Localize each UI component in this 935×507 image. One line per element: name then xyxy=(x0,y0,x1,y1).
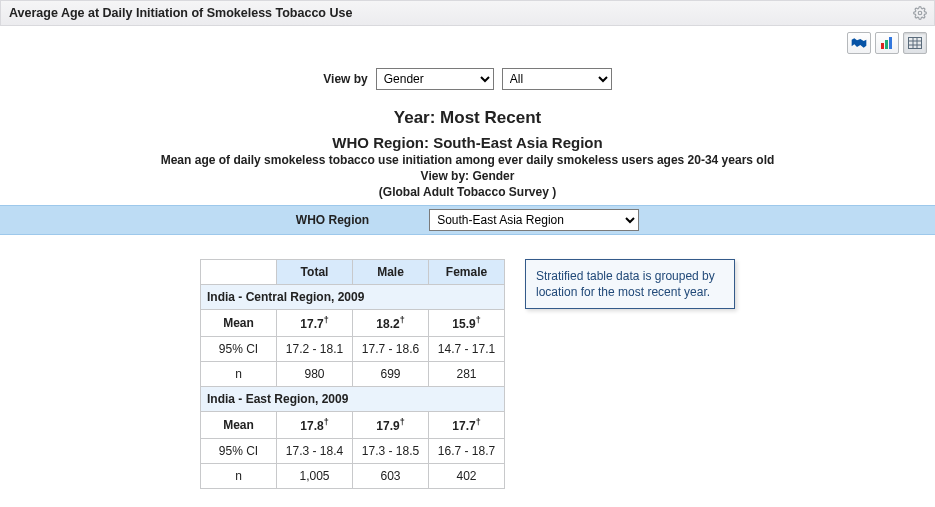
gear-icon[interactable] xyxy=(912,5,928,21)
table-cell: 17.7† xyxy=(429,412,505,439)
chart-view-button[interactable] xyxy=(875,32,899,54)
table-group-row: India - East Region, 2009 xyxy=(201,387,505,412)
table-cell: 17.8† xyxy=(277,412,353,439)
table-cell: 699 xyxy=(353,362,429,387)
table-cell: 18.2† xyxy=(353,310,429,337)
svg-rect-2 xyxy=(885,40,888,49)
map-view-button[interactable] xyxy=(847,32,871,54)
widget-header: Average Age at Daily Initiation of Smoke… xyxy=(0,0,935,26)
table-row: 95% CI17.2 - 18.117.7 - 18.614.7 - 17.1 xyxy=(201,337,505,362)
table-cell: 402 xyxy=(429,464,505,489)
table-cell: 14.7 - 17.1 xyxy=(429,337,505,362)
table-row: Mean17.8†17.9†17.7† xyxy=(201,412,505,439)
table-cell: 281 xyxy=(429,362,505,387)
who-region-label: WHO Region xyxy=(296,213,369,227)
table-corner xyxy=(201,260,277,285)
results-table: Total Male Female India - Central Region… xyxy=(200,259,505,489)
region-heading: WHO Region: South-East Asia Region xyxy=(0,134,935,151)
table-cell: 980 xyxy=(277,362,353,387)
group-title: India - Central Region, 2009 xyxy=(201,285,505,310)
view-by-line: View by: Gender xyxy=(0,169,935,183)
svg-rect-1 xyxy=(881,43,884,49)
table-view-button[interactable] xyxy=(903,32,927,54)
table-cell: 17.7† xyxy=(277,310,353,337)
table-cell: 17.3 - 18.4 xyxy=(277,439,353,464)
table-cell: 15.9† xyxy=(429,310,505,337)
svg-rect-3 xyxy=(889,37,892,49)
table-header-row: Total Male Female xyxy=(201,260,505,285)
table-cell: 17.3 - 18.5 xyxy=(353,439,429,464)
view-by-label: View by xyxy=(323,72,367,86)
who-region-select[interactable]: South-East Asia Region xyxy=(429,209,639,231)
year-heading: Year: Most Recent xyxy=(0,108,935,128)
row-label: Mean xyxy=(201,310,277,337)
description-line: Mean age of daily smokeless tobacco use … xyxy=(0,153,935,167)
col-female: Female xyxy=(429,260,505,285)
col-male: Male xyxy=(353,260,429,285)
widget-title: Average Age at Daily Initiation of Smoke… xyxy=(9,6,352,20)
svg-rect-4 xyxy=(909,38,922,49)
table-cell: 16.7 - 18.7 xyxy=(429,439,505,464)
table-row: n980699281 xyxy=(201,362,505,387)
table-row: n1,005603402 xyxy=(201,464,505,489)
app-window: Average Age at Daily Initiation of Smoke… xyxy=(0,0,935,499)
main-content: Total Male Female India - Central Region… xyxy=(0,235,935,499)
source-line: (Global Adult Tobacco Survey ) xyxy=(0,185,935,199)
view-by-select[interactable]: Gender xyxy=(376,68,494,90)
table-cell: 1,005 xyxy=(277,464,353,489)
table-cell: 17.7 - 18.6 xyxy=(353,337,429,362)
row-label: 95% CI xyxy=(201,337,277,362)
table-cell: 17.2 - 18.1 xyxy=(277,337,353,362)
view-mode-toolbar xyxy=(0,26,935,54)
col-total: Total xyxy=(277,260,353,285)
table-cell: 603 xyxy=(353,464,429,489)
view-by-controls: View by Gender All xyxy=(0,54,935,96)
table-row: Mean17.7†18.2†15.9† xyxy=(201,310,505,337)
row-label: Mean xyxy=(201,412,277,439)
row-label: 95% CI xyxy=(201,439,277,464)
row-label: n xyxy=(201,464,277,489)
table-row: 95% CI17.3 - 18.417.3 - 18.516.7 - 18.7 xyxy=(201,439,505,464)
table-group-row: India - Central Region, 2009 xyxy=(201,285,505,310)
who-region-bar: WHO Region South-East Asia Region xyxy=(0,205,935,235)
table-cell: 17.9† xyxy=(353,412,429,439)
info-note: Stratified table data is grouped by loca… xyxy=(525,259,735,309)
svg-point-0 xyxy=(918,11,922,15)
group-title: India - East Region, 2009 xyxy=(201,387,505,412)
view-by-filter-select[interactable]: All xyxy=(502,68,612,90)
row-label: n xyxy=(201,362,277,387)
